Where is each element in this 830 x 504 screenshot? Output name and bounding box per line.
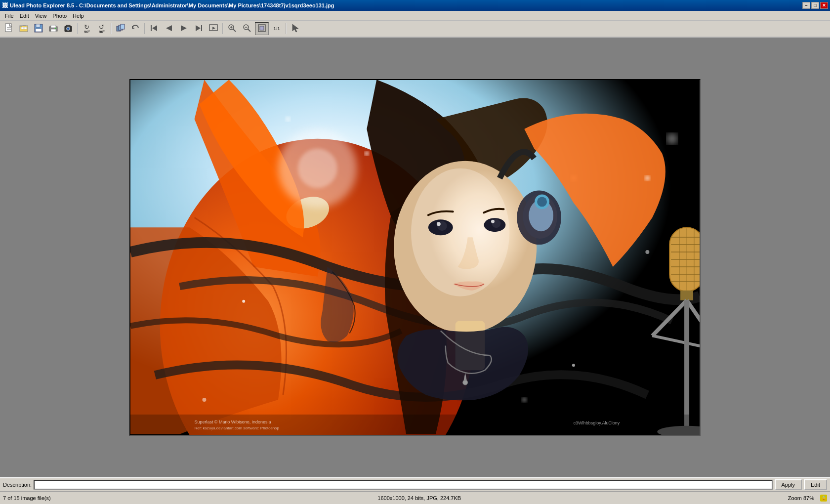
first-icon (149, 23, 159, 35)
last-icon (194, 23, 204, 35)
menu-view[interactable]: View (32, 12, 50, 20)
separator-1 (77, 23, 78, 34)
svg-point-86 (202, 398, 206, 402)
zoomout-icon (242, 23, 252, 35)
separator-3 (144, 23, 145, 34)
slideshow-button[interactable] (207, 22, 220, 35)
zoom-in-button[interactable] (225, 22, 239, 35)
menu-photo[interactable]: Photo (49, 12, 70, 20)
svg-point-82 (365, 152, 369, 156)
new-button[interactable] (2, 22, 16, 35)
svg-point-12 (55, 28, 56, 29)
rotate-ccw-button[interactable]: ↺ 90° (95, 22, 109, 35)
zoom-out-button[interactable] (240, 22, 254, 35)
svg-point-84 (572, 364, 575, 367)
fit-icon (257, 23, 267, 35)
svg-point-50 (411, 168, 509, 296)
svg-point-46 (645, 250, 649, 254)
svg-marker-27 (212, 27, 215, 30)
svg-point-62 (537, 197, 547, 207)
svg-point-47 (522, 397, 527, 402)
svg-rect-75 (680, 291, 693, 300)
apply-button[interactable]: Apply (775, 479, 802, 490)
svg-point-83 (242, 300, 245, 303)
batch-icon (116, 23, 125, 35)
svg-rect-10 (51, 25, 56, 28)
rotate-cw-button[interactable]: ↻ 90° (80, 22, 94, 35)
lock-icon: 🔒 (820, 495, 827, 502)
new-icon (4, 23, 14, 35)
zoom-level: Zoom 87% (788, 495, 814, 501)
next-button[interactable] (177, 22, 191, 35)
artwork-svg: Superlast © Mario Wibisono, Indonesia Re… (130, 80, 700, 435)
svg-rect-5 (24, 27, 27, 29)
batch-button[interactable] (114, 22, 127, 35)
description-bar: Description: Apply Edit (0, 477, 830, 491)
toolbar: ↻ 90° ↺ 90° (0, 21, 830, 38)
menu-edit[interactable]: Edit (17, 12, 32, 20)
svg-point-41 (286, 117, 290, 122)
acquire-icon (63, 23, 73, 35)
browse-button[interactable] (17, 22, 31, 35)
rotatecw-icon: ↻ 90° (84, 24, 90, 34)
svg-rect-11 (51, 29, 56, 32)
first-button[interactable] (147, 22, 161, 35)
svg-rect-4 (21, 27, 24, 29)
separator-2 (111, 23, 112, 34)
save-button[interactable] (32, 22, 45, 35)
svg-rect-14 (66, 25, 70, 27)
svg-line-29 (233, 29, 236, 32)
undo-button[interactable] (128, 22, 142, 35)
status-left: 7 of 15 image file(s) (3, 495, 51, 501)
svg-marker-21 (152, 25, 157, 31)
menu-bar: File Edit View Photo Help (0, 11, 830, 21)
menu-help[interactable]: Help (70, 12, 87, 20)
browse-icon (19, 23, 29, 35)
svg-point-45 (667, 134, 677, 144)
prev-icon (164, 23, 174, 35)
print-button[interactable] (46, 22, 60, 35)
svg-point-88 (298, 149, 337, 188)
close-button[interactable]: ✕ (820, 2, 828, 9)
zoom-in-icon (227, 23, 237, 35)
image-spec: 1600x1000, 24 bits, JPG, 224.7KB (377, 495, 461, 501)
fit-button[interactable] (255, 22, 269, 35)
edit-button[interactable]: Edit (804, 479, 827, 490)
svg-rect-36 (260, 26, 264, 30)
prev-button[interactable] (162, 22, 176, 35)
separator-5 (286, 23, 287, 34)
menu-file[interactable]: File (2, 12, 17, 20)
maximize-button[interactable]: □ (811, 2, 819, 9)
undo-icon (130, 23, 140, 35)
svg-point-85 (645, 176, 650, 181)
description-label: Description: (3, 482, 32, 488)
oneone-button[interactable]: 1:1 (270, 22, 284, 35)
main-area: Superlast © Mario Wibisono, Indonesia Re… (0, 38, 830, 477)
artwork-canvas: Superlast © Mario Wibisono, Indonesia Re… (130, 80, 700, 435)
status-center: 1600x1000, 24 bits, JPG, 224.7KB (377, 495, 461, 501)
select-icon (290, 23, 300, 35)
svg-marker-23 (181, 25, 187, 31)
save-icon (34, 23, 43, 35)
window-title: Ulead Photo Explorer 8.5 - C:\Documents … (10, 2, 802, 8)
title-bar: 🖼 Ulead Photo Explorer 8.5 - C:\Document… (0, 0, 830, 11)
last-button[interactable] (192, 22, 206, 35)
print-icon (48, 23, 58, 35)
select-button[interactable] (289, 22, 302, 35)
window-controls: – □ ✕ (802, 2, 828, 9)
title-icon: 🖼 (2, 2, 8, 9)
svg-marker-25 (196, 25, 201, 31)
svg-point-56 (491, 220, 495, 223)
svg-text:Superlast © Mario Wibisono, In: Superlast © Mario Wibisono, Indonesia (195, 420, 271, 424)
acquire-button[interactable] (61, 22, 75, 35)
minimize-button[interactable]: – (802, 2, 810, 9)
file-count: 7 of 15 image file(s) (3, 495, 51, 501)
status-bar: 7 of 15 image file(s) 1600x1000, 24 bits… (0, 491, 830, 504)
description-input[interactable] (34, 480, 772, 490)
rotateccw-icon: ↺ 90° (99, 24, 105, 34)
svg-marker-37 (292, 24, 298, 32)
slideshow-icon (208, 23, 218, 35)
svg-point-55 (437, 222, 441, 226)
status-right: Zoom 87% 🔒 (788, 495, 827, 502)
svg-text:Ref: kazuya.deviantart.com  so: Ref: kazuya.deviantart.com software: Pho… (195, 426, 280, 430)
